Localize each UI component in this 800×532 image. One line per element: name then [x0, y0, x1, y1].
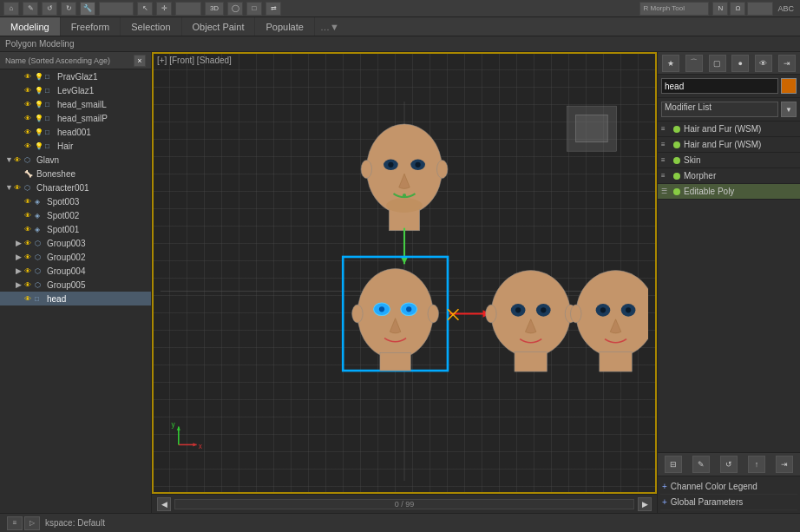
- toolbar-icon-5[interactable]: 🔧: [80, 2, 95, 16]
- bulb-icon-head_smailp[interactable]: 💡: [35, 115, 43, 122]
- item-label-character001: Character001: [36, 183, 89, 193]
- toolbar-icon-1[interactable]: ⌂: [3, 2, 19, 16]
- scene-list-item-group005[interactable]: ▶👁⬡Group005: [0, 278, 151, 292]
- modifier-item-3[interactable]: ≡Skin: [658, 153, 800, 168]
- eye-icon-head001[interactable]: 👁: [24, 128, 33, 136]
- scene-list-item-group003[interactable]: ▶👁⬡Group003: [0, 236, 151, 250]
- eye-icon-pravglaz1[interactable]: 👁: [24, 73, 33, 81]
- r-icon-rect[interactable]: ▢: [709, 55, 726, 72]
- tab-modeling[interactable]: Modeling: [0, 17, 61, 36]
- item-label-spot001: Spot001: [47, 225, 79, 234]
- modifier-item-5[interactable]: ☰Editable Poly: [658, 184, 800, 200]
- eye-icon-spot001[interactable]: 👁: [24, 226, 33, 233]
- eye-icon-spot002[interactable]: 👁: [24, 212, 33, 220]
- expand-arrow-character001[interactable]: ▼: [5, 183, 12, 192]
- expand-arrow-group003[interactable]: ▶: [16, 239, 23, 247]
- toolbar-r3[interactable]: [747, 2, 773, 16]
- center-viewport[interactable]: [+] [Front] [Shaded]: [152, 52, 657, 513]
- toolbar-r1[interactable]: N: [712, 2, 728, 16]
- scene-list-item-spot002[interactable]: 👁◈Spot002: [0, 208, 151, 222]
- scene-list-item-hair[interactable]: 👁💡□Hair: [0, 139, 151, 153]
- mid-icon-3[interactable]: ↺: [720, 456, 738, 473]
- scene-list-item-glavn[interactable]: ▼👁⬡Glavn: [0, 153, 151, 167]
- item-label-head001: head001: [57, 128, 91, 137]
- eye-icon-head[interactable]: 👁: [24, 295, 33, 303]
- scene-list-item-character001[interactable]: ▼👁⬡Character001: [0, 181, 151, 194]
- r-icon-curve[interactable]: ⌒: [685, 55, 703, 72]
- expand-arrow-glavn[interactable]: ▼: [5, 155, 12, 164]
- toolbar-move-icon[interactable]: ✛: [156, 2, 172, 16]
- r-icon-arrow[interactable]: ⇥: [778, 55, 796, 72]
- item-label-group005: Group005: [47, 280, 85, 290]
- tab-freeform[interactable]: Freeform: [61, 17, 121, 36]
- toolbar-select-icon[interactable]: ↖: [137, 2, 153, 16]
- scene-list-item-head001[interactable]: 👁💡□head001: [0, 125, 151, 139]
- bulb-icon-head_smaill[interactable]: 💡: [35, 101, 43, 108]
- toolbar-circle-icon[interactable]: ◯: [227, 2, 243, 16]
- r-icon-circle[interactable]: ●: [731, 55, 749, 72]
- scene-list-item-head[interactable]: 👁□head: [0, 292, 151, 305]
- name-input[interactable]: [661, 78, 778, 94]
- modifier-icon-2: ≡: [661, 141, 670, 148]
- eye-icon-head_smaill[interactable]: 👁: [24, 101, 33, 108]
- scene-list-item-pravglaz1[interactable]: 👁💡□PravGlaz1: [0, 69, 151, 83]
- svg-point-19: [379, 306, 384, 312]
- eye-icon-spot003[interactable]: 👁: [24, 198, 33, 206]
- toolbar-square-icon[interactable]: □: [246, 2, 262, 16]
- eye-icon-glavn[interactable]: 👁: [14, 156, 23, 164]
- expand-arrow-group002[interactable]: ▶: [16, 253, 23, 261]
- eye-icon-group003[interactable]: 👁: [24, 240, 33, 247]
- tab-selection[interactable]: Selection: [121, 17, 181, 36]
- scene-list-item-group004[interactable]: ▶👁⬡Group004: [0, 264, 151, 278]
- mid-icon-2[interactable]: ✎: [692, 456, 710, 473]
- modifier-list-select[interactable]: Modifier List: [661, 102, 778, 117]
- mid-icon-1[interactable]: ⊟: [665, 456, 682, 473]
- scene-list-item-spot003[interactable]: 👁◈Spot003: [0, 194, 151, 208]
- eye-icon-levglaz1[interactable]: 👁: [24, 87, 33, 95]
- eye-icon-hair[interactable]: 👁: [24, 142, 33, 150]
- eye-icon-group005[interactable]: 👁: [24, 281, 33, 289]
- tab-more[interactable]: …▼: [315, 22, 344, 32]
- modifier-dropdown-button[interactable]: ▼: [781, 102, 797, 117]
- modifier-item-2[interactable]: ≡Hair and Fur (WSM): [658, 137, 800, 153]
- bulb-icon-head001[interactable]: 💡: [35, 128, 43, 136]
- modifier-item-1[interactable]: ≡Hair and Fur (WSM): [658, 122, 800, 137]
- scene-list-item-boneshee[interactable]: 🦴Boneshee: [0, 167, 151, 181]
- toolbar-icon-4[interactable]: ↻: [61, 2, 76, 16]
- scene-list-item-head_smailp[interactable]: 👁💡□head_smailP: [0, 111, 151, 125]
- mid-icon-4[interactable]: ↑: [748, 456, 765, 473]
- mid-icon-5[interactable]: ⇥: [776, 456, 793, 473]
- eye-icon-character001[interactable]: 👁: [14, 184, 23, 192]
- bottom-icon-1[interactable]: ≡: [7, 516, 23, 530]
- bulb-icon-levglaz1[interactable]: 💡: [35, 87, 43, 95]
- scene-list-item-head_smaill[interactable]: 👁💡□head_smailL: [0, 97, 151, 111]
- toolbar-icon-2[interactable]: ✎: [23, 2, 38, 16]
- tab-object-paint[interactable]: Object Paint: [182, 17, 256, 36]
- expand-item-2[interactable]: +Global Parameters: [660, 495, 797, 510]
- scene-list-item-spot001[interactable]: 👁◈Spot001: [0, 222, 151, 236]
- type-icon-spot001: ◈: [35, 226, 45, 233]
- toolbar-flip-icon[interactable]: ⇄: [266, 2, 281, 16]
- expand-arrow-group005[interactable]: ▶: [16, 280, 23, 289]
- scene-list-item-levglaz1[interactable]: 👁💡□LevGlaz1: [0, 83, 151, 97]
- toolbar-icon-3[interactable]: ↺: [42, 2, 57, 16]
- expand-item-1[interactable]: +Channel Color Legend: [660, 479, 797, 495]
- eye-icon-group002[interactable]: 👁: [24, 253, 33, 261]
- r-icon-eye[interactable]: 👁: [755, 55, 772, 72]
- r-icon-star[interactable]: ★: [662, 55, 679, 72]
- toolbar-r2[interactable]: Ω: [730, 2, 745, 16]
- name-color-button[interactable]: [781, 78, 797, 94]
- modifier-item-4[interactable]: ≡Morpher: [658, 168, 800, 184]
- toolbar-3d-icon[interactable]: 3D: [205, 2, 224, 16]
- bulb-icon-hair[interactable]: 💡: [35, 142, 43, 150]
- panel-close-button[interactable]: ×: [134, 55, 146, 67]
- eye-icon-head_smailp[interactable]: 👁: [24, 115, 33, 122]
- prev-frame-button[interactable]: ◀: [157, 497, 171, 511]
- bulb-icon-pravglaz1[interactable]: 💡: [35, 73, 43, 81]
- expand-arrow-group004[interactable]: ▶: [16, 266, 23, 275]
- eye-icon-group004[interactable]: 👁: [24, 267, 33, 275]
- tab-populate[interactable]: Populate: [255, 17, 314, 36]
- scene-list-item-group002[interactable]: ▶👁⬡Group002: [0, 250, 151, 264]
- next-frame-button[interactable]: ▶: [638, 497, 652, 511]
- bottom-icon-2[interactable]: ▷: [24, 516, 40, 530]
